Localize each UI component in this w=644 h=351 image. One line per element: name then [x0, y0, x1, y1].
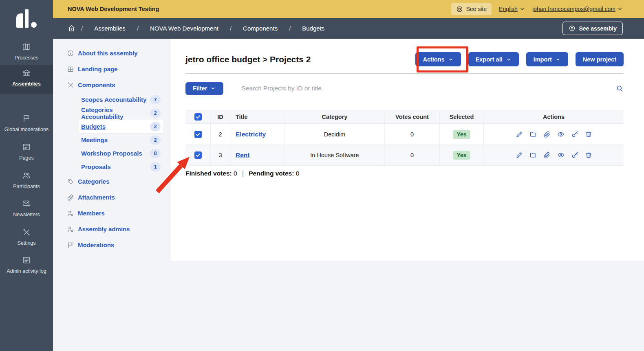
- chevron-down-icon: [519, 6, 525, 12]
- paperclip-icon[interactable]: [543, 151, 551, 159]
- sidebar-item-processes[interactable]: Processes: [0, 39, 53, 61]
- language-label: English: [499, 6, 518, 12]
- finished-votes-label: Finished votes:: [185, 170, 232, 177]
- sidebar-item-global-moderations[interactable]: Global moderations: [0, 111, 53, 132]
- subnav-item-label: Categories Accountability: [81, 106, 150, 120]
- delete-trash-icon[interactable]: [585, 151, 592, 159]
- export-all-button-label: Export all: [476, 56, 503, 63]
- subnav-item-label: About this assembly: [78, 50, 138, 57]
- subnav-item-label: Members: [78, 210, 105, 217]
- table-header-row: ID Title Category Votes count Selected A…: [185, 110, 624, 124]
- language-dropdown[interactable]: English: [499, 6, 525, 12]
- person-gear-icon: [67, 210, 74, 217]
- sidebar-item-label: Admin activity log: [0, 268, 53, 274]
- sidebar-item-assemblies[interactable]: Assemblies: [0, 65, 53, 94]
- subnav-item-label: Proposals: [81, 163, 111, 170]
- breadcrumb-item-assembly[interactable]: NOVA Web Development: [150, 25, 218, 32]
- eye-circle-icon: [456, 6, 463, 13]
- edit-pencil-icon[interactable]: [516, 151, 523, 159]
- topbar: NOVA Web Development Testing See site En…: [53, 0, 644, 18]
- subnav-item-label: Components: [78, 81, 115, 88]
- logo-shape: [31, 22, 37, 28]
- votes-summary: Finished votes: 0 | Pending votes: 0: [185, 170, 299, 177]
- filter-button[interactable]: Filter: [185, 82, 223, 95]
- breadcrumb-item-assemblies[interactable]: Assemblies: [94, 25, 126, 32]
- new-project-button[interactable]: New project: [576, 52, 624, 66]
- chevron-down-icon: [617, 6, 623, 12]
- paperclip-icon[interactable]: [543, 131, 551, 138]
- subnav-item-about[interactable]: About this assembly: [53, 45, 171, 61]
- table-row: 3 Rent In House Software 0 Yes: [185, 145, 624, 166]
- subnav-item-proposals[interactable]: Proposals 1: [79, 160, 163, 173]
- organization-name: NOVA Web Development Testing: [68, 6, 159, 12]
- breadcrumb-item-budgets[interactable]: Budgets: [302, 25, 324, 32]
- subnav-item-label: Workshop Proposals: [81, 150, 142, 157]
- chevron-down-icon: [448, 57, 454, 62]
- project-id: 3: [211, 145, 230, 165]
- subnav-item-budgets[interactable]: Budgets 2: [79, 120, 163, 133]
- subnav-item-members[interactable]: Members: [53, 205, 171, 221]
- flag-icon: [67, 241, 74, 249]
- subnav-item-workshop-proposals[interactable]: Workshop Proposals 0: [79, 147, 163, 160]
- subnav-item-attachments[interactable]: Attachments: [53, 189, 171, 205]
- tools-icon: [22, 228, 31, 237]
- search-input[interactable]: [241, 85, 616, 92]
- column-header-category: Category: [285, 110, 385, 123]
- sidebar-item-label: Pages: [0, 155, 53, 161]
- finished-votes-value: 0: [234, 170, 237, 177]
- home-icon[interactable]: [68, 24, 75, 32]
- project-title-link[interactable]: Electricity: [236, 131, 266, 138]
- breadcrumb-bar: / Assemblies / NOVA Web Development / Co…: [53, 18, 644, 39]
- subnav-item-label: Moderations: [78, 241, 114, 248]
- subnav-item-moderations[interactable]: Moderations: [53, 237, 171, 253]
- see-assembly-button[interactable]: See assembly: [562, 22, 623, 35]
- main-sidebar: Processes Assemblies Global moderations …: [0, 0, 53, 351]
- subnav-item-assembly-admins[interactable]: Assembly admins: [53, 221, 171, 237]
- subnav-item-label: Attachments: [78, 194, 115, 201]
- decidim-logo[interactable]: [16, 9, 39, 29]
- subnav-item-categories[interactable]: Categories: [53, 173, 171, 189]
- search-icon[interactable]: [616, 85, 624, 92]
- sidebar-item-participants[interactable]: Participants: [0, 168, 53, 189]
- project-votes-count: 0: [385, 145, 440, 165]
- bank-icon: [22, 68, 31, 77]
- sidebar-item-admin-activity-log[interactable]: Admin activity log: [0, 252, 53, 274]
- sidebar-item-label: Newsletters: [0, 212, 53, 217]
- permissions-key-icon[interactable]: [571, 131, 578, 138]
- subnav-item-landing-page[interactable]: Landing page: [53, 61, 171, 77]
- projects-table: ID Title Category Votes count Selected A…: [185, 110, 624, 166]
- permissions-key-icon[interactable]: [571, 151, 578, 159]
- project-id: 2: [211, 124, 230, 145]
- breadcrumb-separator: /: [137, 25, 139, 32]
- import-button[interactable]: Import: [526, 52, 568, 66]
- subnav-item-components[interactable]: Components: [53, 77, 171, 93]
- log-icon: [22, 256, 31, 265]
- subnav-item-categories-accountability[interactable]: Categories Accountability 2: [79, 106, 163, 120]
- project-title-link[interactable]: Rent: [236, 151, 249, 159]
- select-all-checkbox[interactable]: [194, 113, 202, 121]
- see-site-button[interactable]: See site: [451, 3, 492, 15]
- user-menu-dropdown[interactable]: johan.francocampos@gmail.com: [532, 6, 623, 12]
- edit-pencil-icon[interactable]: [516, 131, 523, 138]
- folder-icon[interactable]: [529, 151, 537, 159]
- sidebar-item-pages[interactable]: Pages: [0, 139, 53, 161]
- delete-trash-icon[interactable]: [585, 131, 592, 138]
- count-badge: 2: [150, 109, 161, 118]
- export-all-button[interactable]: Export all: [468, 52, 519, 66]
- preview-eye-icon[interactable]: [557, 151, 565, 159]
- page-title: jetro office budget > Projects 2: [185, 55, 311, 64]
- sidebar-item-newsletters[interactable]: Newsletters: [0, 196, 53, 217]
- row-checkbox[interactable]: [194, 131, 202, 138]
- subnav-item-scopes-accountability[interactable]: Scopes Accountability 7: [79, 93, 163, 106]
- chevron-down-icon: [506, 57, 512, 62]
- breadcrumb-item-components[interactable]: Components: [243, 25, 278, 32]
- subnav-item-meetings[interactable]: Meetings 2: [79, 133, 163, 147]
- folder-icon[interactable]: [529, 131, 537, 138]
- row-checkbox[interactable]: [194, 151, 202, 159]
- breadcrumb-separator: /: [230, 25, 232, 32]
- sidebar-item-settings[interactable]: Settings: [0, 224, 53, 246]
- preview-eye-icon[interactable]: [557, 131, 565, 138]
- column-header-actions: Actions: [484, 110, 624, 123]
- actions-button[interactable]: Actions: [415, 52, 461, 66]
- see-site-label: See site: [466, 6, 487, 12]
